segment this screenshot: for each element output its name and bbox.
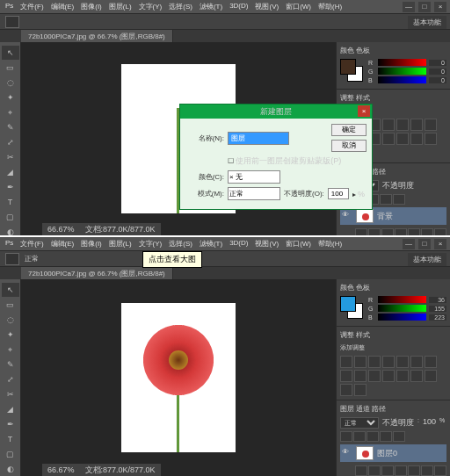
menu-edit[interactable]: 编辑(E) [51, 2, 75, 11]
tool-11[interactable]: ▢ [2, 210, 19, 224]
adjustment-3[interactable] [382, 356, 395, 368]
ok-button[interactable]: 确定 [331, 124, 367, 136]
tool-3[interactable]: ✦ [2, 328, 19, 342]
tool-12[interactable]: ◐ [2, 225, 19, 235]
maximize-button[interactable]: □ [418, 2, 431, 12]
menu-layer[interactable]: 图层(L) [109, 239, 132, 249]
layers-title[interactable]: 图层 通道 路径 [340, 404, 446, 414]
tool-preset[interactable] [5, 253, 19, 265]
layer-action-6[interactable] [434, 228, 446, 235]
tool-8[interactable]: ◢ [2, 165, 19, 179]
lock-btn-2[interactable] [367, 431, 379, 442]
menu-type[interactable]: 文字(Y) [139, 239, 163, 249]
blend-mode[interactable]: 正常 [340, 417, 379, 429]
tool-10[interactable]: T [2, 432, 19, 446]
layer-name[interactable]: 背景 [377, 211, 393, 222]
layer-action-1[interactable] [368, 228, 381, 235]
adjustment-0[interactable] [340, 356, 352, 368]
adjustment-10[interactable] [382, 370, 395, 382]
layer-action-0[interactable] [355, 465, 367, 476]
menu-file[interactable]: 文件(F) [20, 239, 43, 249]
lock-btn-0[interactable] [340, 431, 352, 442]
lock-btn-1[interactable] [353, 431, 366, 442]
maximize-button[interactable]: □ [418, 239, 431, 249]
adjustment-5[interactable] [410, 356, 423, 368]
r-slider[interactable] [378, 59, 426, 66]
tool-0[interactable]: ↖ [2, 46, 19, 60]
document-tab[interactable]: 72b1000PICa7.jpg @ 66.7% (图层,RGB/8#) [21, 30, 173, 42]
menu-window[interactable]: 窗口(W) [286, 239, 311, 249]
tool-10[interactable]: T [2, 195, 19, 209]
adjustment-13[interactable] [425, 370, 437, 382]
canvas[interactable] [121, 303, 236, 452]
adjustment-1[interactable] [354, 356, 367, 368]
layer-row[interactable]: 👁 图层0 [340, 444, 446, 462]
tool-9[interactable]: ✒ [2, 417, 19, 431]
adjustment-3[interactable] [382, 119, 395, 131]
b-slider[interactable] [378, 314, 426, 321]
adjustment-12[interactable] [410, 133, 423, 145]
adjustment-13[interactable] [425, 133, 437, 145]
layer-name[interactable]: 图层0 [377, 448, 397, 459]
tool-9[interactable]: ✒ [2, 180, 19, 194]
adjustment-8[interactable] [354, 370, 367, 382]
tool-4[interactable]: ⌖ [2, 105, 19, 119]
layer-action-0[interactable] [355, 228, 367, 235]
r-slider[interactable] [378, 296, 426, 303]
menu-file[interactable]: 文件(F) [20, 2, 43, 11]
menu-3d[interactable]: 3D(D) [229, 2, 248, 11]
menu-3d[interactable]: 3D(D) [229, 239, 248, 249]
layer-action-3[interactable] [395, 228, 407, 235]
tool-2[interactable]: ◌ [2, 313, 19, 327]
adjustment-10[interactable] [382, 133, 395, 145]
layer-thumb[interactable] [356, 446, 374, 460]
cancel-button[interactable]: 取消 [331, 140, 367, 152]
g-slider[interactable] [378, 68, 426, 75]
menu-select[interactable]: 选择(S) [169, 239, 192, 249]
menu-help[interactable]: 帮助(H) [318, 239, 342, 249]
canvas-area[interactable]: 66.67% 文档:877.0K/877.0K [21, 279, 336, 476]
adjust-title[interactable]: 调整 样式 [340, 330, 446, 340]
color-panel-title[interactable]: 颜色 色板 [340, 283, 446, 292]
fg-bg-swatch[interactable] [340, 296, 365, 321]
adjustment-4[interactable] [396, 119, 409, 131]
menu-select[interactable]: 选择(S) [169, 2, 192, 11]
tool-7[interactable]: ✂ [2, 387, 19, 401]
layer-action-2[interactable] [381, 465, 394, 476]
adjustment-14[interactable] [340, 384, 352, 396]
b-slider[interactable] [378, 76, 426, 83]
g-slider[interactable] [378, 305, 426, 312]
opacity-input[interactable]: 100 [328, 188, 349, 199]
tool-2[interactable]: ◌ [2, 76, 19, 90]
tool-3[interactable]: ✦ [2, 90, 19, 105]
layer-action-6[interactable] [434, 465, 446, 476]
menu-filter[interactable]: 滤镜(T) [200, 239, 222, 249]
tool-12[interactable]: ◐ [2, 462, 19, 476]
adjustment-6[interactable] [425, 356, 437, 368]
adjustment-6[interactable] [425, 119, 437, 131]
layer-action-2[interactable] [381, 228, 394, 235]
tool-5[interactable]: ✎ [2, 357, 19, 371]
minimize-button[interactable]: — [403, 239, 415, 249]
tool-1[interactable]: ▭ [2, 61, 19, 75]
layer-action-5[interactable] [421, 465, 433, 476]
adjustment-15[interactable] [354, 384, 367, 396]
layer-action-4[interactable] [408, 465, 420, 476]
menu-type[interactable]: 文字(Y) [139, 2, 163, 11]
clip-checkbox[interactable]: ☐ 使用前一图层创建剪贴蒙版(P) [228, 155, 341, 167]
close-button[interactable]: × [434, 239, 446, 249]
dialog-close-button[interactable]: × [358, 105, 370, 117]
menu-view[interactable]: 视图(V) [255, 239, 279, 249]
color-select[interactable]: × 无 [228, 170, 280, 184]
color-panel-title[interactable]: 颜色 色板 [340, 46, 446, 55]
adjustment-5[interactable] [410, 119, 423, 131]
layer-action-4[interactable] [408, 228, 420, 235]
zoom-level[interactable]: 66.67% [47, 465, 75, 474]
visibility-icon[interactable]: 👁 [342, 211, 352, 221]
menu-edit[interactable]: 编辑(E) [51, 239, 75, 249]
workspace-switcher[interactable]: 基本功能 [408, 253, 446, 266]
adjustment-7[interactable] [340, 370, 352, 382]
mode-select[interactable]: 正常 [228, 187, 280, 200]
tool-6[interactable]: ⤢ [2, 372, 19, 386]
lock-btn-3[interactable] [380, 194, 392, 205]
